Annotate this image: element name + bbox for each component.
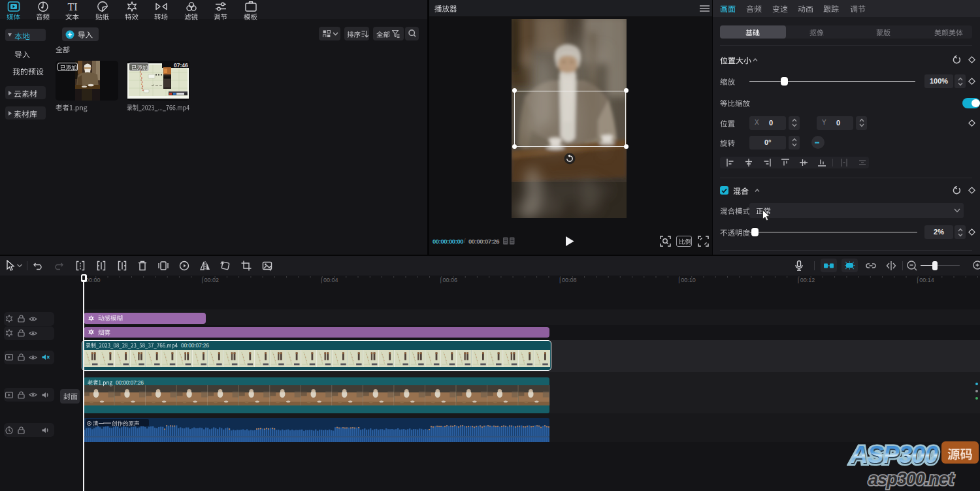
svg-text:asp300.net: asp300.net (868, 469, 955, 489)
svg-text:TI: TI (67, 1, 77, 12)
svg-text:ASP300: ASP300 (850, 441, 938, 468)
